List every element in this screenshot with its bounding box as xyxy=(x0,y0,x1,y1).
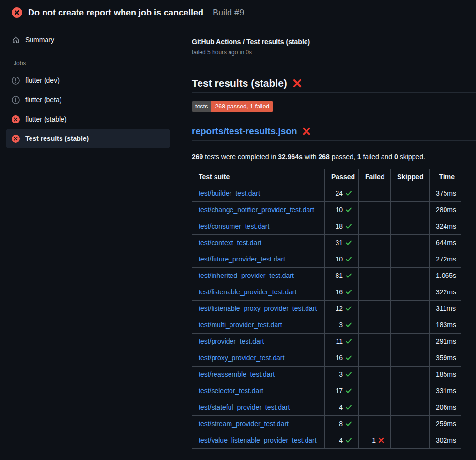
sidebar-item-label: Summary xyxy=(25,36,54,44)
skipped-cell xyxy=(391,251,430,267)
sidebar-item-test-results-stable[interactable]: Test results (stable) xyxy=(6,129,170,148)
suite-cell: test/listenable_provider_test.dart xyxy=(192,284,325,300)
count-value: 31 xyxy=(335,239,343,246)
column-header-skipped: Skipped xyxy=(391,169,430,185)
suite-link[interactable]: test/future_provider_test.dart xyxy=(199,255,285,263)
table-row: test/selector_test.dart17331ms xyxy=(192,383,461,399)
time-cell: 185ms xyxy=(430,366,461,383)
time-cell: 259ms xyxy=(430,415,461,432)
column-header-test-suite: Test suite xyxy=(192,169,325,185)
check-icon xyxy=(345,206,352,213)
suite-cell: test/stream_provider_test.dart xyxy=(192,415,325,432)
section-heading: Test results (stable) xyxy=(192,77,476,93)
suite-link[interactable]: test/value_listenable_provider_test.dart xyxy=(199,436,317,444)
time-cell: 206ms xyxy=(430,399,461,415)
time-cell: 359ms xyxy=(430,350,461,366)
count-value: 4 xyxy=(339,436,343,444)
x-circle-fill-icon xyxy=(12,115,20,123)
suite-cell: test/reassemble_test.dart xyxy=(192,366,325,383)
suite-cell: test/stateful_provider_test.dart xyxy=(192,399,325,415)
count-value: 11 xyxy=(336,337,343,345)
skipped-cell xyxy=(391,350,430,366)
report-file-link[interactable]: reports/test-results.json xyxy=(192,126,297,137)
suite-link[interactable]: test/selector_test.dart xyxy=(199,387,263,395)
suite-link[interactable]: test/builder_test.dart xyxy=(199,189,260,197)
home-icon xyxy=(12,36,20,44)
suite-cell: test/consumer_test.dart xyxy=(192,218,325,234)
suite-link[interactable]: test/stream_provider_test.dart xyxy=(199,420,289,428)
count-value: 16 xyxy=(335,288,343,296)
x-icon xyxy=(378,437,384,443)
suite-link[interactable]: test/reassemble_test.dart xyxy=(199,370,275,378)
passed-cell: 18 xyxy=(325,218,359,234)
suite-link[interactable]: test/stateful_provider_test.dart xyxy=(199,403,290,411)
cancelled-icon xyxy=(12,77,20,85)
passed-cell: 31 xyxy=(325,234,359,251)
skipped-cell xyxy=(391,300,430,317)
table-row: test/consumer_test.dart18324ms xyxy=(192,218,461,234)
sidebar-item-flutter-stable[interactable]: flutter (stable) xyxy=(6,109,170,129)
sidebar-item-summary[interactable]: Summary xyxy=(6,30,170,49)
suite-link[interactable]: test/consumer_test.dart xyxy=(199,222,269,230)
failed-cell xyxy=(359,300,391,317)
skipped-cell xyxy=(391,284,430,300)
x-circle-fill-icon xyxy=(12,135,20,143)
sidebar-jobs: flutter (dev)flutter (beta)flutter (stab… xyxy=(0,71,184,148)
time-cell: 322ms xyxy=(430,284,461,300)
skipped-cell xyxy=(391,333,430,350)
passed-cell: 10 xyxy=(325,251,359,267)
count-value: 10 xyxy=(335,255,343,263)
suite-cell: test/multi_provider_test.dart xyxy=(192,317,325,333)
sidebar-item-flutter-beta[interactable]: flutter (beta) xyxy=(6,90,170,109)
passed-cell: 12 xyxy=(325,300,359,317)
passed-cell: 10 xyxy=(325,201,359,218)
check-icon xyxy=(345,437,352,444)
suite-link[interactable]: test/change_notifier_provider_test.dart xyxy=(199,206,314,214)
suite-link[interactable]: test/provider_test.dart xyxy=(199,337,264,345)
table-row: test/listenable_provider_test.dart16322m… xyxy=(192,284,461,300)
suite-cell: test/inherited_provider_test.dart xyxy=(192,267,325,284)
time-cell: 280ms xyxy=(430,201,461,218)
suite-cell: test/future_provider_test.dart xyxy=(192,251,325,267)
summary-segment: skipped. xyxy=(398,153,425,161)
suite-cell: test/proxy_provider_test.dart xyxy=(192,350,325,366)
suite-link[interactable]: test/context_test.dart xyxy=(199,239,261,246)
suite-link[interactable]: test/listenable_proxy_provider_test.dart xyxy=(199,305,317,312)
skipped-cell xyxy=(391,201,430,218)
count-value: 8 xyxy=(339,420,343,428)
summary-segment: 268 xyxy=(319,153,330,161)
suite-cell: test/context_test.dart xyxy=(192,234,325,251)
count-value: 12 xyxy=(335,305,343,312)
passed-cell: 4 xyxy=(325,432,359,448)
failed-cell xyxy=(359,284,391,300)
time-cell: 183ms xyxy=(430,317,461,333)
failed-cell xyxy=(359,201,391,218)
failed-cell: 1 xyxy=(359,432,391,448)
suite-cell: test/change_notifier_provider_test.dart xyxy=(192,201,325,218)
time-cell: 324ms xyxy=(430,218,461,234)
table-row: test/provider_test.dart11291ms xyxy=(192,333,461,350)
count-value: 18 xyxy=(335,222,343,230)
suite-link[interactable]: test/proxy_provider_test.dart xyxy=(199,354,284,362)
suite-link[interactable]: test/listenable_provider_test.dart xyxy=(199,288,296,296)
cross-mark-icon xyxy=(302,127,311,136)
table-row: test/stateful_provider_test.dart4206ms xyxy=(192,399,461,415)
time-cell: 644ms xyxy=(430,234,461,251)
failed-cell xyxy=(359,267,391,284)
count-value: 4 xyxy=(339,403,343,411)
time-cell: 331ms xyxy=(430,383,461,399)
sidebar-item-flutter-dev[interactable]: flutter (dev) xyxy=(6,71,170,90)
time-cell: 375ms xyxy=(430,185,461,201)
time-cell: 302ms xyxy=(430,432,461,448)
suite-link[interactable]: test/multi_provider_test.dart xyxy=(199,321,282,329)
breadcrumb: GitHub Actions / Test results (stable) xyxy=(192,38,476,46)
passed-cell: 4 xyxy=(325,399,359,415)
passed-cell: 3 xyxy=(325,317,359,333)
suite-link[interactable]: test/inherited_provider_test.dart xyxy=(199,272,294,279)
count-value: 81 xyxy=(335,272,343,279)
skipped-cell xyxy=(391,317,430,333)
sidebar-item-label: flutter (stable) xyxy=(25,115,67,123)
suite-cell: test/provider_test.dart xyxy=(192,333,325,350)
divider xyxy=(192,65,476,65)
failed-cell xyxy=(359,350,391,366)
